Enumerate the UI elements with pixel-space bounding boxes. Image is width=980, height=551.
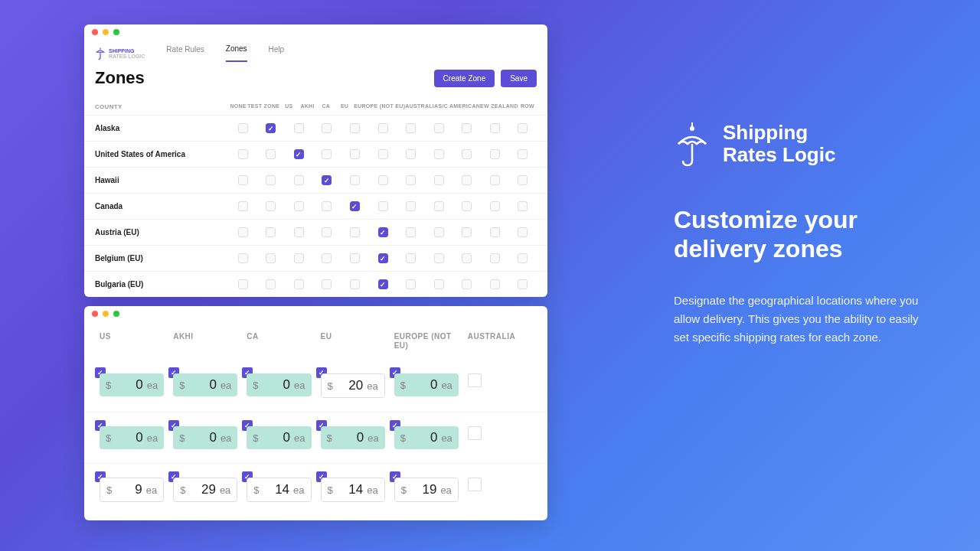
zone-checkbox[interactable] (490, 149, 500, 159)
zone-checkbox[interactable] (490, 253, 500, 263)
zone-checkbox[interactable] (266, 227, 276, 237)
zone-checkbox[interactable] (266, 201, 276, 211)
zone-checkbox[interactable] (434, 201, 444, 211)
zone-checkbox[interactable] (238, 149, 248, 159)
rate-input[interactable]: $0ea (247, 373, 311, 396)
minimize-dot[interactable] (103, 29, 109, 35)
zone-checkbox[interactable] (406, 279, 416, 289)
zone-checkbox[interactable] (350, 123, 360, 133)
zone-checkbox[interactable] (462, 175, 472, 185)
minimize-dot[interactable] (103, 311, 109, 317)
zone-checkbox[interactable] (518, 175, 528, 185)
zone-checkbox[interactable] (406, 123, 416, 133)
zone-checkbox[interactable] (266, 253, 276, 263)
nav-help[interactable]: Help (269, 45, 285, 61)
zone-checkbox[interactable] (462, 149, 472, 159)
zone-checkbox[interactable] (294, 253, 304, 263)
zone-checkbox[interactable] (490, 123, 500, 133)
zone-checkbox[interactable] (406, 149, 416, 159)
zone-checkbox[interactable] (518, 201, 528, 211)
rate-input[interactable]: $0ea (394, 426, 459, 449)
zone-checkbox[interactable] (350, 149, 360, 159)
zone-checkbox[interactable] (434, 227, 444, 237)
zone-checkbox[interactable] (434, 149, 444, 159)
rate-checkbox[interactable] (468, 478, 482, 491)
zone-checkbox[interactable] (518, 149, 528, 159)
zone-checkbox[interactable] (378, 253, 388, 263)
zone-checkbox[interactable] (322, 253, 332, 263)
zone-checkbox[interactable] (490, 279, 500, 289)
zone-checkbox[interactable] (378, 175, 388, 185)
zone-checkbox[interactable] (266, 175, 276, 185)
zone-checkbox[interactable] (462, 123, 472, 133)
zone-checkbox[interactable] (434, 123, 444, 133)
maximize-dot[interactable] (113, 311, 119, 317)
zone-checkbox[interactable] (294, 149, 304, 159)
zone-checkbox[interactable] (238, 175, 248, 185)
zone-checkbox[interactable] (350, 201, 360, 211)
rate-input[interactable]: $0ea (100, 426, 164, 449)
zone-checkbox[interactable] (518, 227, 528, 237)
zone-checkbox[interactable] (434, 279, 444, 289)
zone-checkbox[interactable] (322, 227, 332, 237)
zone-checkbox[interactable] (322, 201, 332, 211)
zone-checkbox[interactable] (406, 175, 416, 185)
zone-checkbox[interactable] (518, 123, 528, 133)
zone-checkbox[interactable] (294, 201, 304, 211)
zone-checkbox[interactable] (378, 227, 388, 237)
rate-input[interactable]: $0ea (247, 426, 311, 449)
zone-checkbox[interactable] (350, 279, 360, 289)
zone-checkbox[interactable] (490, 227, 500, 237)
zone-checkbox[interactable] (322, 149, 332, 159)
zone-checkbox[interactable] (462, 279, 472, 289)
nav-rate-rules[interactable]: Rate Rules (166, 45, 204, 61)
rate-input[interactable]: $29ea (173, 478, 237, 502)
zone-checkbox[interactable] (238, 253, 248, 263)
save-button[interactable]: Save (501, 70, 537, 87)
rate-input[interactable]: $0ea (173, 426, 237, 449)
zone-checkbox[interactable] (462, 253, 472, 263)
zone-checkbox[interactable] (294, 227, 304, 237)
zone-checkbox[interactable] (266, 123, 276, 133)
zone-checkbox[interactable] (378, 123, 388, 133)
rate-input[interactable]: $14ea (247, 478, 311, 502)
zone-checkbox[interactable] (378, 149, 388, 159)
zone-checkbox[interactable] (294, 175, 304, 185)
zone-checkbox[interactable] (322, 175, 332, 185)
zone-checkbox[interactable] (238, 123, 248, 133)
zone-checkbox[interactable] (350, 175, 360, 185)
zone-checkbox[interactable] (518, 279, 528, 289)
zone-checkbox[interactable] (266, 149, 276, 159)
zone-checkbox[interactable] (378, 279, 388, 289)
zone-checkbox[interactable] (322, 279, 332, 289)
rate-checkbox[interactable] (468, 373, 482, 387)
rate-input[interactable]: $0ea (173, 373, 237, 396)
zone-checkbox[interactable] (490, 201, 500, 211)
zone-checkbox[interactable] (378, 201, 388, 211)
rate-checkbox[interactable] (468, 426, 482, 440)
close-dot[interactable] (92, 311, 98, 317)
rate-input[interactable]: $0ea (321, 426, 385, 449)
rate-input[interactable]: $19ea (394, 478, 459, 502)
zone-checkbox[interactable] (238, 227, 248, 237)
zone-checkbox[interactable] (490, 175, 500, 185)
zone-checkbox[interactable] (462, 201, 472, 211)
rate-input[interactable]: $0ea (100, 373, 164, 396)
rate-input[interactable]: $0ea (394, 373, 459, 396)
zone-checkbox[interactable] (406, 201, 416, 211)
zone-checkbox[interactable] (462, 227, 472, 237)
zone-checkbox[interactable] (238, 279, 248, 289)
zone-checkbox[interactable] (518, 253, 528, 263)
rate-input[interactable]: $20ea (321, 373, 385, 398)
zone-checkbox[interactable] (406, 253, 416, 263)
zone-checkbox[interactable] (294, 123, 304, 133)
maximize-dot[interactable] (113, 29, 119, 35)
zone-checkbox[interactable] (238, 201, 248, 211)
zone-checkbox[interactable] (294, 279, 304, 289)
zone-checkbox[interactable] (266, 279, 276, 289)
zone-checkbox[interactable] (406, 227, 416, 237)
rate-input[interactable]: $9ea (100, 478, 164, 502)
create-zone-button[interactable]: Create Zone (434, 70, 495, 87)
zone-checkbox[interactable] (322, 123, 332, 133)
zone-checkbox[interactable] (434, 175, 444, 185)
